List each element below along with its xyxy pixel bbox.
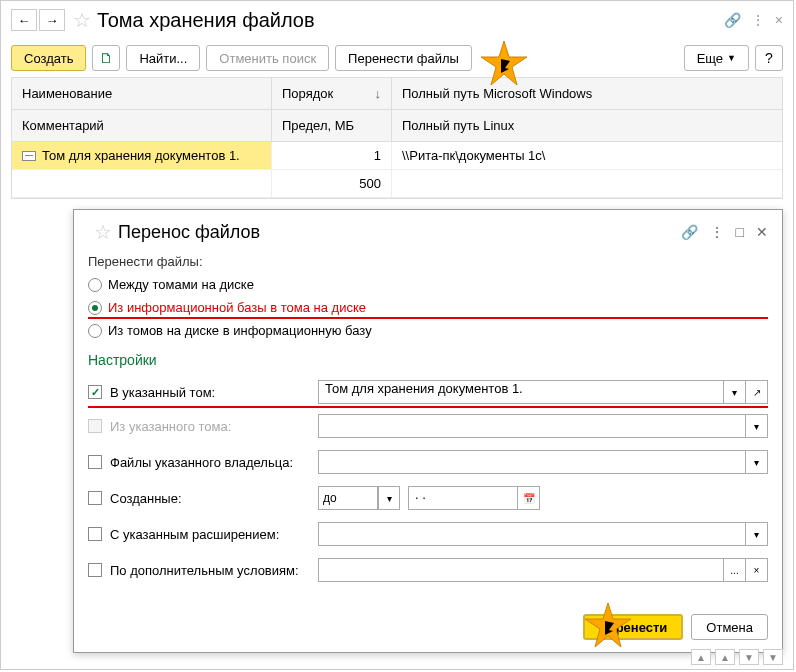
to-volume-input[interactable]: Том для хранения документов 1. [318, 380, 724, 404]
copy-button[interactable]: 🗋 [92, 45, 120, 71]
owner-input[interactable] [318, 450, 746, 474]
nav-back-button[interactable]: ← [11, 9, 37, 31]
transfer-button[interactable]: Перенести [583, 614, 683, 640]
transfer-dialog: ☆ Перенос файлов 🔗 ⋮ □ ✕ Перенести файлы… [73, 209, 783, 653]
ext-label: С указанным расширением: [110, 527, 310, 542]
col-order-header[interactable]: Порядок↓ [272, 78, 391, 110]
sort-down-icon: ↓ [375, 86, 382, 101]
transfer-files-button[interactable]: Перенести файлы [335, 45, 472, 71]
chevron-down-icon: ▼ [727, 53, 736, 63]
col-limit-header[interactable]: Предел, МБ [272, 110, 391, 142]
to-volume-open-button[interactable]: ↗ [746, 380, 768, 404]
table-row[interactable]: Том для хранения документов 1. 1 \\Рита-… [12, 142, 782, 170]
volume-icon [22, 151, 36, 161]
radio-to-db[interactable]: Из томов на диске в информационную базу [88, 319, 768, 342]
radio-icon [88, 324, 102, 338]
dialog-link-icon[interactable]: 🔗 [681, 224, 698, 240]
dialog-favorite-icon[interactable]: ☆ [94, 220, 112, 244]
from-volume-label: Из указанного тома: [110, 419, 310, 434]
created-label: Созданные: [110, 491, 310, 506]
col-pathwin-header[interactable]: Полный путь Microsoft Windows [392, 78, 782, 110]
radio-icon [88, 278, 102, 292]
col-name-header[interactable]: Наименование [12, 78, 271, 110]
more-menu-icon[interactable]: ⋮ [751, 12, 765, 28]
radio-from-db[interactable]: Из информационной базы в тома на диске [88, 296, 768, 319]
more-button[interactable]: Еще▼ [684, 45, 749, 71]
scroll-bottom-button[interactable]: ▼ [763, 649, 783, 665]
from-volume-dropdown-button: ▾ [746, 414, 768, 438]
dialog-more-icon[interactable]: ⋮ [710, 224, 724, 240]
radio-between-volumes[interactable]: Между томами на диске [88, 273, 768, 296]
conditions-input[interactable] [318, 558, 724, 582]
to-volume-checkbox[interactable] [88, 385, 102, 399]
help-button[interactable]: ? [755, 45, 783, 71]
conditions-checkbox[interactable] [88, 563, 102, 577]
settings-section-title: Настройки [88, 352, 768, 368]
dialog-close-icon[interactable]: ✕ [756, 224, 768, 240]
window-title: Тома хранения файлов [97, 9, 724, 32]
to-volume-dropdown-button[interactable]: ▾ [724, 380, 746, 404]
created-date-picker-button[interactable]: 📅 [518, 486, 540, 510]
col-pathlinux-header[interactable]: Полный путь Linux [392, 110, 782, 142]
conditions-more-button[interactable]: ... [724, 558, 746, 582]
find-button[interactable]: Найти... [126, 45, 200, 71]
owner-checkbox[interactable] [88, 455, 102, 469]
create-button[interactable]: Создать [11, 45, 86, 71]
to-volume-label: В указанный том: [110, 385, 310, 400]
scroll-up-button[interactable]: ▲ [715, 649, 735, 665]
radio-icon [88, 301, 102, 315]
link-icon[interactable]: 🔗 [724, 12, 741, 28]
close-icon[interactable]: × [775, 12, 783, 28]
from-volume-checkbox [88, 419, 102, 433]
from-volume-input [318, 414, 746, 438]
ext-checkbox[interactable] [88, 527, 102, 541]
scroll-down-button[interactable]: ▼ [739, 649, 759, 665]
created-checkbox[interactable] [88, 491, 102, 505]
created-op-dropdown[interactable]: ▾ [378, 486, 400, 510]
owner-label: Файлы указанного владельца: [110, 455, 310, 470]
document-copy-icon: 🗋 [99, 50, 113, 66]
owner-dropdown-button[interactable]: ▾ [746, 450, 768, 474]
ext-input[interactable] [318, 522, 746, 546]
scroll-top-button[interactable]: ▲ [691, 649, 711, 665]
cancel-button[interactable]: Отмена [691, 614, 768, 640]
dialog-title: Перенос файлов [118, 222, 681, 243]
nav-forward-button[interactable]: → [39, 9, 65, 31]
ext-dropdown-button[interactable]: ▾ [746, 522, 768, 546]
created-op-select[interactable]: до [318, 486, 378, 510]
table-row[interactable]: 500 [12, 170, 782, 198]
col-comment-header[interactable]: Комментарий [12, 110, 271, 142]
dialog-maximize-icon[interactable]: □ [736, 224, 744, 240]
volumes-table: Наименование Комментарий Порядок↓ Предел… [11, 77, 783, 199]
cancel-search-button[interactable]: Отменить поиск [206, 45, 329, 71]
created-date-input[interactable]: . . [408, 486, 518, 510]
conditions-clear-button[interactable]: × [746, 558, 768, 582]
favorite-star-icon[interactable]: ☆ [73, 8, 91, 32]
conditions-label: По дополнительным условиям: [110, 563, 310, 578]
transfer-section-label: Перенести файлы: [88, 254, 768, 269]
